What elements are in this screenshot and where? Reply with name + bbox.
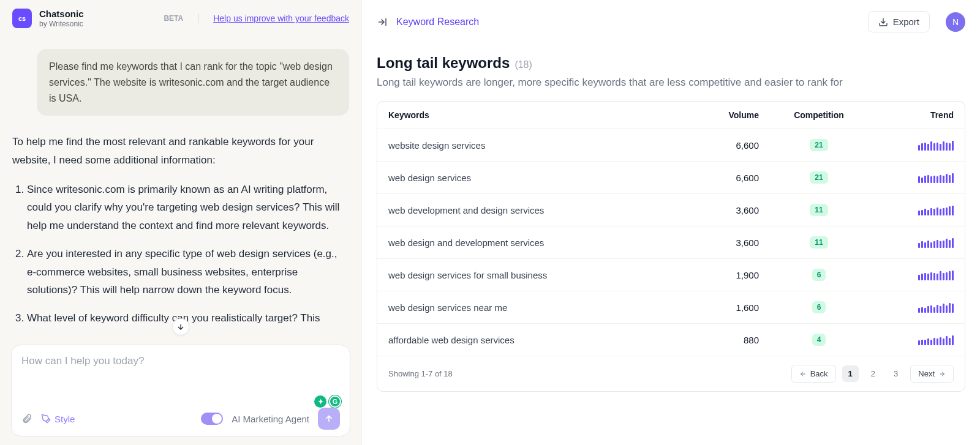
arrow-right-icon <box>938 370 946 378</box>
trend-cell <box>868 334 954 345</box>
user-message: Please find me keywords that I can rank … <box>37 49 349 116</box>
brand-logo: cs <box>12 9 32 28</box>
send-button[interactable] <box>318 408 340 430</box>
trend-bar <box>918 176 920 183</box>
table-row[interactable]: web design services near me1,6006 <box>377 291 965 324</box>
table-header: Keywords Volume Competition Trend <box>377 102 965 129</box>
competition-cell: 6 <box>770 269 868 281</box>
trend-bar <box>921 274 923 280</box>
trend-bar <box>946 336 948 345</box>
page-1[interactable]: 1 <box>842 365 859 382</box>
volume-cell: 6,600 <box>684 173 770 183</box>
trend-bar <box>937 338 938 345</box>
trend-bar <box>933 338 935 345</box>
trend-bar <box>918 340 920 345</box>
trend-bar <box>946 305 948 313</box>
trend-bar <box>918 145 920 151</box>
assistant-question: Since writesonic.com is primarily known … <box>27 181 349 235</box>
feedback-link[interactable]: Help us improve with your feedback <box>213 13 349 23</box>
trend-bar <box>949 271 951 280</box>
page-2[interactable]: 2 <box>865 365 881 382</box>
trend-bar <box>940 175 941 183</box>
assistant-extension-icon[interactable]: ✦ <box>314 395 326 408</box>
user-avatar[interactable]: N <box>946 12 965 32</box>
trend-cell <box>868 302 954 313</box>
trend-bar <box>921 340 923 345</box>
trend-bar <box>940 209 941 215</box>
trend-bar <box>927 306 929 313</box>
keyword-cell: web development and design services <box>388 205 684 215</box>
trend-bar <box>927 144 929 151</box>
chat-scroll[interactable]: Please find me keywords that I can rank … <box>0 37 361 338</box>
attach-button[interactable] <box>21 413 32 424</box>
trend-bar <box>927 241 929 248</box>
table-row[interactable]: web design services for small business1,… <box>377 259 965 291</box>
collapse-button[interactable] <box>377 17 388 28</box>
prompt-input[interactable] <box>21 355 340 399</box>
chat-pane: cs Chatsonic by Writesonic BETA Help us … <box>0 0 361 445</box>
competition-badge: 21 <box>810 139 827 151</box>
trend-bar <box>943 176 944 183</box>
agent-label: AI Marketing Agent <box>232 414 309 424</box>
volume-cell: 3,600 <box>684 205 770 215</box>
breadcrumb[interactable]: Keyword Research <box>396 17 479 28</box>
brand-subtitle: by Writesonic <box>39 20 84 28</box>
scroll-down-button[interactable] <box>172 318 189 335</box>
keywords-table: Keywords Volume Competition Trend websit… <box>377 101 965 392</box>
table-row[interactable]: affordable web design services8804 <box>377 324 965 356</box>
trend-bar <box>918 211 920 215</box>
section-count: (18) <box>514 59 532 70</box>
trend-bar <box>924 273 926 280</box>
keyword-cell: web design services <box>388 173 684 183</box>
trend-bar <box>952 271 954 280</box>
trend-bar <box>952 206 954 215</box>
pagination-back[interactable]: Back <box>791 365 836 383</box>
chat-header: cs Chatsonic by Writesonic BETA Help us … <box>0 0 361 37</box>
divider <box>198 13 198 23</box>
trend-bar <box>924 209 926 215</box>
trend-bar <box>930 305 932 313</box>
volume-cell: 1,600 <box>684 302 770 313</box>
grammarly-badges: ✦ G <box>21 395 341 408</box>
assistant-questions: Since writesonic.com is primarily known … <box>12 181 349 327</box>
paperclip-icon <box>21 413 32 424</box>
competition-cell: 6 <box>770 301 868 313</box>
table-row[interactable]: website design services6,60021 <box>377 129 965 162</box>
trend-bar <box>930 340 932 345</box>
keyword-cell: web design services near me <box>388 302 684 313</box>
trend-bar <box>937 208 938 215</box>
beta-badge: BETA <box>164 14 183 23</box>
trend-bar <box>930 141 932 151</box>
trend-bar <box>921 143 923 151</box>
trend-bar <box>930 176 932 183</box>
trend-bar <box>937 240 938 248</box>
table-row[interactable]: web development and design services3,600… <box>377 194 965 226</box>
keyword-cell: affordable web design services <box>388 335 684 345</box>
trend-bar <box>943 208 944 215</box>
export-button[interactable]: Export <box>868 11 930 32</box>
pagination: Showing 1-7 of 18 Back 1 2 3 Next <box>377 356 965 391</box>
pagination-next[interactable]: Next <box>910 365 954 383</box>
table-row[interactable]: web design and development services3,600… <box>377 226 965 259</box>
trend-bar <box>927 274 929 280</box>
brand-text: Chatsonic by Writesonic <box>39 9 84 28</box>
trend-bar <box>940 306 941 313</box>
grammarly-icon[interactable]: G <box>329 395 341 408</box>
page-3[interactable]: 3 <box>888 365 904 382</box>
section-title-text: Long tail keywords <box>377 54 510 72</box>
trend-bar <box>924 143 926 151</box>
competition-badge: 6 <box>812 301 826 313</box>
trend-cell <box>868 204 954 215</box>
trend-bar <box>949 240 951 248</box>
trend-bar <box>940 271 941 280</box>
trend-bar <box>924 340 926 345</box>
arrow-down-icon <box>176 323 185 331</box>
composer-footer: Style AI Marketing Agent <box>21 408 340 430</box>
trend-cell <box>868 140 954 151</box>
agent-toggle[interactable] <box>201 413 223 425</box>
style-button[interactable]: Style <box>41 414 75 424</box>
keyword-cell: website design services <box>388 140 684 151</box>
table-row[interactable]: web design services6,60021 <box>377 162 965 194</box>
trend-bar <box>927 175 929 183</box>
pagination-status: Showing 1-7 of 18 <box>388 369 453 378</box>
